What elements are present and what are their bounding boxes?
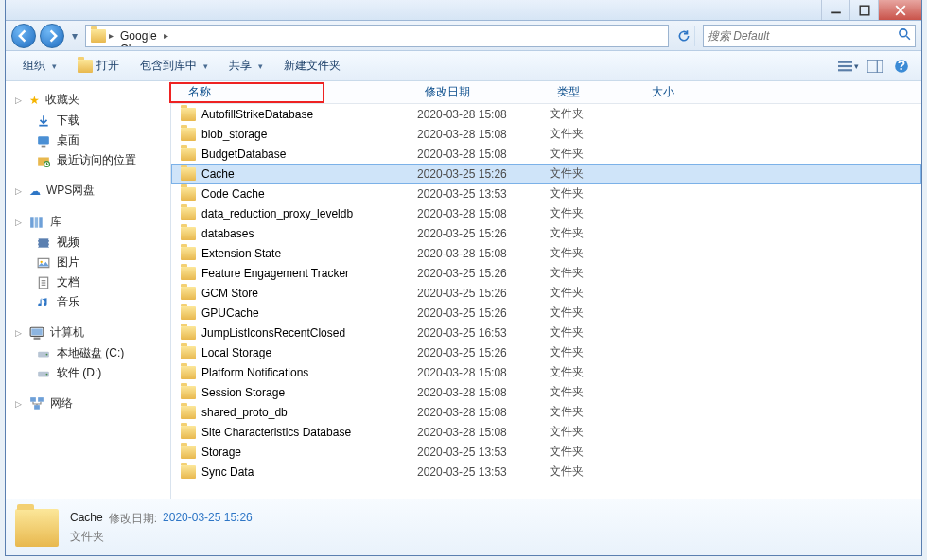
chevron-right-icon[interactable]: ▸ bbox=[107, 30, 115, 41]
close-button[interactable] bbox=[878, 0, 921, 20]
file-list: 名称 修改日期 类型 大小 AutofillStrikeDatabase2020… bbox=[171, 81, 921, 499]
table-row[interactable]: GPUCache2020-03-25 15:26文件夹 bbox=[171, 303, 921, 323]
table-row[interactable]: blob_storage2020-03-28 15:08文件夹 bbox=[171, 124, 921, 144]
search-icon[interactable] bbox=[898, 27, 911, 44]
sidebar-item[interactable]: 文档 bbox=[32, 272, 170, 292]
table-row[interactable]: Sync Data2020-03-25 13:53文件夹 bbox=[171, 462, 921, 481]
view-options-icon[interactable]: ▾ bbox=[838, 56, 859, 77]
sidebar-item[interactable]: 软件 (D:) bbox=[32, 363, 170, 383]
search-box[interactable] bbox=[703, 25, 916, 47]
file-name: Extension State bbox=[201, 247, 281, 260]
svg-rect-20 bbox=[39, 217, 42, 227]
folder-icon bbox=[181, 345, 196, 360]
open-button[interactable]: 打开 bbox=[70, 55, 127, 77]
chevron-right-icon[interactable]: ▸ bbox=[162, 30, 170, 41]
details-type: 文件夹 bbox=[70, 529, 104, 545]
table-row[interactable]: data_reduction_proxy_leveldb2020-03-28 1… bbox=[171, 203, 921, 223]
table-row[interactable]: JumpListIconsRecentClosed2020-03-25 16:5… bbox=[171, 323, 921, 342]
sidebar-item[interactable]: 桌面 bbox=[32, 131, 170, 150]
table-row[interactable]: databases2020-03-25 15:26文件夹 bbox=[171, 223, 921, 243]
breadcrumb-segment[interactable]: Google bbox=[115, 29, 162, 43]
sidebar-item[interactable]: 最近访问的位置 bbox=[32, 150, 170, 170]
sidebar-wps[interactable]: ▷☁WPS网盘 bbox=[6, 180, 170, 201]
table-row[interactable]: Code Cache2020-03-25 13:53文件夹 bbox=[171, 184, 921, 203]
file-date: 2020-03-28 15:08 bbox=[417, 426, 550, 439]
history-dropdown-icon[interactable]: ▾ bbox=[68, 26, 81, 46]
folder-icon bbox=[181, 325, 196, 341]
navigation-pane[interactable]: ▷★收藏夹 下载桌面最近访问的位置 ▷☁WPS网盘 ▷库 视频图片文档音乐 ▷计… bbox=[6, 81, 171, 499]
file-rows[interactable]: AutofillStrikeDatabase2020-03-28 15:08文件… bbox=[171, 104, 921, 499]
library-icon bbox=[29, 215, 44, 230]
table-row[interactable]: Site Characteristics Database2020-03-28 … bbox=[171, 422, 921, 442]
table-row[interactable]: BudgetDatabase2020-03-28 15:08文件夹 bbox=[171, 144, 921, 164]
column-date[interactable]: 修改日期 bbox=[417, 84, 550, 100]
table-row[interactable]: Local Storage2020-03-25 15:26文件夹 bbox=[171, 342, 921, 362]
sidebar-item-label: 视频 bbox=[57, 235, 79, 251]
table-row[interactable]: Feature Engagement Tracker2020-03-25 15:… bbox=[171, 263, 921, 283]
maximize-button[interactable] bbox=[849, 0, 878, 20]
svg-rect-6 bbox=[838, 61, 852, 62]
folder-icon bbox=[181, 286, 196, 301]
chevron-right-icon[interactable]: ▸ bbox=[166, 44, 174, 47]
drive-icon bbox=[36, 346, 51, 361]
sidebar-item-label: 最近访问的位置 bbox=[57, 152, 136, 168]
column-size[interactable]: 大小 bbox=[644, 84, 720, 100]
table-row[interactable]: shared_proto_db2020-03-28 15:08文件夹 bbox=[171, 402, 921, 422]
sidebar-item-label: 桌面 bbox=[57, 132, 79, 149]
column-type[interactable]: 类型 bbox=[550, 84, 644, 100]
forward-button[interactable] bbox=[40, 24, 64, 48]
sidebar-computer-header[interactable]: ▷计算机 bbox=[6, 322, 170, 343]
sidebar-item[interactable]: 图片 bbox=[32, 253, 170, 272]
table-row[interactable]: GCM Store2020-03-25 15:26文件夹 bbox=[171, 283, 921, 303]
file-name: Code Cache bbox=[201, 187, 265, 201]
folder-icon bbox=[181, 186, 196, 201]
table-row[interactable]: Extension State2020-03-28 15:08文件夹 bbox=[171, 243, 921, 263]
file-date: 2020-03-25 13:53 bbox=[417, 187, 550, 201]
sidebar-item[interactable]: 音乐 bbox=[32, 292, 170, 312]
column-name[interactable]: 名称 bbox=[181, 84, 417, 100]
table-row[interactable]: Cache2020-03-25 15:26文件夹 bbox=[171, 164, 921, 184]
sidebar-item[interactable]: 下载 bbox=[32, 111, 170, 131]
table-row[interactable]: Storage2020-03-25 13:53文件夹 bbox=[171, 442, 921, 462]
refresh-button[interactable] bbox=[673, 26, 695, 46]
preview-pane-icon[interactable] bbox=[865, 56, 885, 77]
file-date: 2020-03-25 15:26 bbox=[417, 267, 550, 280]
file-name: blob_storage bbox=[201, 128, 267, 141]
sidebar-item[interactable]: 视频 bbox=[32, 233, 170, 253]
details-mod-label: 修改日期: bbox=[109, 511, 157, 527]
toolbar: 组织 打开 包含到库中 共享 新建文件夹 ▾ ? bbox=[6, 51, 921, 81]
organize-button[interactable]: 组织 bbox=[15, 55, 64, 77]
help-icon[interactable]: ? bbox=[891, 56, 912, 77]
file-name: GCM Store bbox=[201, 287, 258, 300]
network-icon bbox=[29, 396, 44, 411]
sidebar-item[interactable]: 本地磁盘 (C:) bbox=[32, 343, 170, 363]
file-type: 文件夹 bbox=[550, 444, 644, 460]
sidebar-favorites-header[interactable]: ▷★收藏夹 bbox=[6, 89, 170, 111]
table-row[interactable]: Session Storage2020-03-28 15:08文件夹 bbox=[171, 382, 921, 402]
table-row[interactable]: AutofillStrikeDatabase2020-03-28 15:08文件… bbox=[171, 104, 921, 124]
breadcrumb[interactable]: ▸ Administrator▸AppData▸Local▸Google▸Chr… bbox=[85, 25, 669, 47]
folder-icon bbox=[181, 445, 196, 460]
include-library-button[interactable]: 包含到库中 bbox=[132, 55, 216, 77]
svg-point-32 bbox=[46, 353, 48, 355]
sidebar-network-label: 网络 bbox=[50, 395, 73, 411]
back-button[interactable] bbox=[11, 24, 36, 48]
folder-icon bbox=[181, 365, 196, 380]
svg-rect-14 bbox=[38, 136, 49, 144]
recent-icon bbox=[36, 153, 51, 168]
chevron-right-icon[interactable]: ▸ bbox=[152, 25, 161, 28]
file-name: shared_proto_db bbox=[201, 406, 288, 419]
search-input[interactable] bbox=[708, 29, 898, 43]
breadcrumb-segment[interactable]: Chrome bbox=[115, 43, 166, 47]
sidebar-network[interactable]: ▷网络 bbox=[6, 393, 170, 414]
sidebar-wps-label: WPS网盘 bbox=[46, 183, 95, 199]
svg-text:?: ? bbox=[898, 59, 905, 73]
table-row[interactable]: Platform Notifications2020-03-28 15:08文件… bbox=[171, 362, 921, 382]
folder-icon bbox=[181, 147, 196, 162]
folder-icon bbox=[15, 509, 59, 547]
minimize-button[interactable] bbox=[821, 0, 849, 20]
new-folder-button[interactable]: 新建文件夹 bbox=[276, 55, 348, 77]
file-name: GPUCache bbox=[201, 306, 259, 320]
sidebar-libraries-header[interactable]: ▷库 bbox=[6, 211, 170, 233]
share-button[interactable]: 共享 bbox=[221, 55, 271, 77]
